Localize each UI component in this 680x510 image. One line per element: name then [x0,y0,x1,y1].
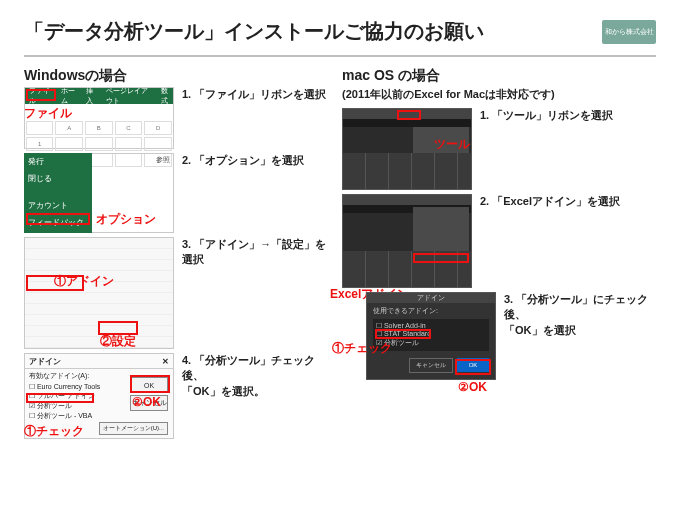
mac-subheading: (2011年以前のExcel for Macは非対応です) [342,87,670,102]
page-title: 「データ分析ツール」インストールご協力のお願い [24,18,484,45]
callout-check: ①チェック [24,423,84,440]
screenshot-win-addin-list [24,237,174,349]
callout-addin: ①アドイン [54,273,114,290]
callout-mac-ok: ②OK [458,380,487,394]
addin-item: ☐ 分析ツール - VBA [29,411,169,421]
highlight-mac-check [375,329,431,339]
mac-dialog-avail: 使用できるアドイン: [367,303,495,319]
divider [24,55,656,57]
highlight-tool [397,110,421,120]
callout-settei: ②設定 [100,333,136,350]
callout-tool: ツール [434,136,470,153]
highlight-check [26,393,94,403]
win-step-1: 1. 「ファイル」リボンを選択 [182,87,326,149]
screenshot-mac-addin [342,194,472,288]
windows-heading: Windowsの場合 [24,67,332,85]
mac-step-3: 3. 「分析ツール」にチェック後、 「OK」を選択 [504,292,670,380]
ribbon-formula: 数式 [161,86,173,106]
win-step-2: 2. 「オプション」を選択 [182,153,304,233]
ribbon-layout: ページレイアウト [106,86,153,106]
highlight-file [26,89,56,101]
mac-dialog-title: アドイン [367,293,495,303]
ribbon-home: ホーム [61,86,79,106]
opt-close: 閉じる [24,170,92,187]
close-icon[interactable]: ✕ [162,357,169,366]
mac-addin-item: ☑ 分析ツール [376,338,486,348]
callout-option: オプション [96,211,156,228]
callout-file: ファイル [24,105,72,122]
highlight-option [26,213,90,225]
win-step-4: 4. 「分析ツール」チェック後、 「OK」を選択。 [182,353,332,439]
automation-button[interactable]: オートメーション(U)... [99,422,168,435]
screenshot-mac-check: アドイン 使用できるアドイン: ☐ Solver Add-in ☐ STAT S… [366,292,496,380]
callout-mac-check: ①チェック [332,340,392,357]
mac-heading: mac OS の場合 [342,67,670,85]
callout-ok2: ②OK [132,395,161,409]
highlight-ok [130,375,170,393]
mac-cancel-button[interactable]: キャンセル [409,358,453,373]
opt-publish: 発行 [24,153,92,170]
dialog-title: アドイン [29,356,61,367]
opt-account: アカウント [24,197,92,214]
mac-step-2: 2. 「Excelアドイン」を選択 [480,194,620,288]
win-step-3: 3. 「アドイン」→「設定」を選択 [182,237,332,349]
highlight-mac-ok [455,359,491,375]
opt-ref: 参照 [156,155,170,165]
highlight-excel-addin [413,253,469,263]
mac-step-1: 1. 「ツール」リボンを選択 [480,108,613,190]
ribbon-insert: 挿入 [86,86,98,106]
company-logo: 和から株式会社 [602,20,656,44]
